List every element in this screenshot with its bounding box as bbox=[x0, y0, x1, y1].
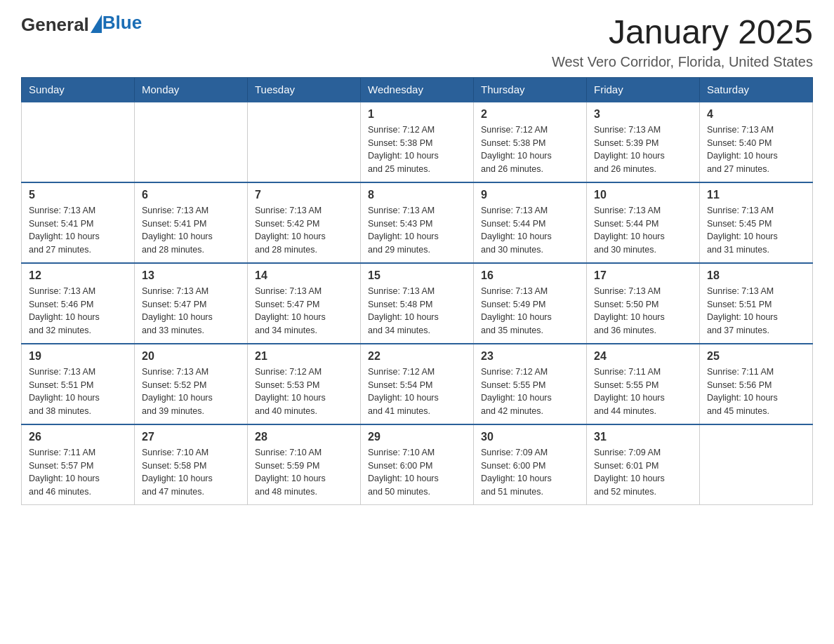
calendar-cell: 29Sunrise: 7:10 AM Sunset: 6:00 PM Dayli… bbox=[361, 424, 474, 505]
calendar-cell: 18Sunrise: 7:13 AM Sunset: 5:51 PM Dayli… bbox=[700, 263, 813, 344]
day-info: Sunrise: 7:13 AM Sunset: 5:47 PM Dayligh… bbox=[142, 285, 240, 337]
calendar-cell: 25Sunrise: 7:11 AM Sunset: 5:56 PM Dayli… bbox=[700, 344, 813, 424]
day-number: 23 bbox=[481, 350, 579, 363]
title-block: January 2025 West Vero Corridor, Florida… bbox=[552, 14, 813, 70]
calendar-week-2: 5Sunrise: 7:13 AM Sunset: 5:41 PM Daylig… bbox=[22, 182, 813, 263]
day-number: 17 bbox=[594, 269, 692, 282]
day-info: Sunrise: 7:12 AM Sunset: 5:55 PM Dayligh… bbox=[481, 365, 579, 418]
day-number: 7 bbox=[255, 189, 353, 201]
calendar-header-thursday: Thursday bbox=[474, 77, 587, 102]
day-number: 19 bbox=[29, 350, 127, 363]
day-number: 14 bbox=[255, 269, 353, 282]
calendar-cell: 1Sunrise: 7:12 AM Sunset: 5:38 PM Daylig… bbox=[361, 102, 474, 182]
calendar-cell: 6Sunrise: 7:13 AM Sunset: 5:41 PM Daylig… bbox=[135, 182, 248, 263]
day-info: Sunrise: 7:13 AM Sunset: 5:51 PM Dayligh… bbox=[29, 365, 127, 418]
day-number: 1 bbox=[368, 108, 466, 121]
day-info: Sunrise: 7:13 AM Sunset: 5:41 PM Dayligh… bbox=[29, 204, 127, 257]
logo-triangle-icon bbox=[91, 15, 102, 33]
calendar-cell bbox=[135, 102, 248, 182]
calendar-cell bbox=[700, 424, 813, 505]
day-number: 3 bbox=[594, 108, 692, 121]
calendar-cell: 8Sunrise: 7:13 AM Sunset: 5:43 PM Daylig… bbox=[361, 182, 474, 263]
logo-general-text: General bbox=[21, 14, 89, 36]
calendar-cell: 7Sunrise: 7:13 AM Sunset: 5:42 PM Daylig… bbox=[248, 182, 361, 263]
calendar-cell: 23Sunrise: 7:12 AM Sunset: 5:55 PM Dayli… bbox=[474, 344, 587, 424]
calendar-cell: 22Sunrise: 7:12 AM Sunset: 5:54 PM Dayli… bbox=[361, 344, 474, 424]
day-info: Sunrise: 7:10 AM Sunset: 5:58 PM Dayligh… bbox=[142, 446, 240, 499]
day-info: Sunrise: 7:10 AM Sunset: 5:59 PM Dayligh… bbox=[255, 446, 353, 499]
day-number: 12 bbox=[29, 269, 127, 282]
calendar-cell: 16Sunrise: 7:13 AM Sunset: 5:49 PM Dayli… bbox=[474, 263, 587, 344]
calendar-cell: 11Sunrise: 7:13 AM Sunset: 5:45 PM Dayli… bbox=[700, 182, 813, 263]
day-info: Sunrise: 7:13 AM Sunset: 5:43 PM Dayligh… bbox=[368, 204, 466, 257]
day-info: Sunrise: 7:13 AM Sunset: 5:44 PM Dayligh… bbox=[481, 204, 579, 257]
day-number: 4 bbox=[707, 108, 805, 121]
day-number: 22 bbox=[368, 350, 466, 363]
calendar-header-tuesday: Tuesday bbox=[248, 77, 361, 102]
calendar-cell: 3Sunrise: 7:13 AM Sunset: 5:39 PM Daylig… bbox=[587, 102, 700, 182]
calendar-cell: 13Sunrise: 7:13 AM Sunset: 5:47 PM Dayli… bbox=[135, 263, 248, 344]
day-number: 26 bbox=[29, 431, 127, 443]
calendar-cell: 5Sunrise: 7:13 AM Sunset: 5:41 PM Daylig… bbox=[22, 182, 135, 263]
calendar-week-3: 12Sunrise: 7:13 AM Sunset: 5:46 PM Dayli… bbox=[22, 263, 813, 344]
logo: General Blue bbox=[21, 14, 142, 36]
day-number: 11 bbox=[707, 189, 805, 201]
calendar-cell: 15Sunrise: 7:13 AM Sunset: 5:48 PM Dayli… bbox=[361, 263, 474, 344]
day-info: Sunrise: 7:12 AM Sunset: 5:38 PM Dayligh… bbox=[481, 123, 579, 176]
calendar-cell bbox=[248, 102, 361, 182]
calendar-cell: 31Sunrise: 7:09 AM Sunset: 6:01 PM Dayli… bbox=[587, 424, 700, 505]
day-info: Sunrise: 7:10 AM Sunset: 6:00 PM Dayligh… bbox=[368, 446, 466, 499]
day-number: 18 bbox=[707, 269, 805, 282]
calendar-header-sunday: Sunday bbox=[22, 77, 135, 102]
day-info: Sunrise: 7:13 AM Sunset: 5:42 PM Dayligh… bbox=[255, 204, 353, 257]
day-number: 27 bbox=[142, 431, 240, 443]
day-info: Sunrise: 7:12 AM Sunset: 5:54 PM Dayligh… bbox=[368, 365, 466, 418]
day-number: 10 bbox=[594, 189, 692, 201]
day-info: Sunrise: 7:13 AM Sunset: 5:44 PM Dayligh… bbox=[594, 204, 692, 257]
calendar-header-monday: Monday bbox=[135, 77, 248, 102]
day-number: 31 bbox=[594, 431, 692, 443]
calendar-header-saturday: Saturday bbox=[700, 77, 813, 102]
calendar-header-wednesday: Wednesday bbox=[361, 77, 474, 102]
day-number: 13 bbox=[142, 269, 240, 282]
calendar-cell: 30Sunrise: 7:09 AM Sunset: 6:00 PM Dayli… bbox=[474, 424, 587, 505]
calendar-cell bbox=[22, 102, 135, 182]
calendar-cell: 4Sunrise: 7:13 AM Sunset: 5:40 PM Daylig… bbox=[700, 102, 813, 182]
logo-blue-text: Blue bbox=[102, 12, 142, 34]
calendar-week-5: 26Sunrise: 7:11 AM Sunset: 5:57 PM Dayli… bbox=[22, 424, 813, 505]
calendar-cell: 14Sunrise: 7:13 AM Sunset: 5:47 PM Dayli… bbox=[248, 263, 361, 344]
page-header: General Blue January 2025 West Vero Corr… bbox=[21, 14, 813, 70]
day-info: Sunrise: 7:11 AM Sunset: 5:56 PM Dayligh… bbox=[707, 365, 805, 418]
day-number: 24 bbox=[594, 350, 692, 363]
day-number: 8 bbox=[368, 189, 466, 201]
day-info: Sunrise: 7:11 AM Sunset: 5:55 PM Dayligh… bbox=[594, 365, 692, 418]
calendar-week-4: 19Sunrise: 7:13 AM Sunset: 5:51 PM Dayli… bbox=[22, 344, 813, 424]
day-number: 30 bbox=[481, 431, 579, 443]
day-info: Sunrise: 7:13 AM Sunset: 5:50 PM Dayligh… bbox=[594, 285, 692, 337]
day-info: Sunrise: 7:13 AM Sunset: 5:40 PM Dayligh… bbox=[707, 123, 805, 176]
day-info: Sunrise: 7:13 AM Sunset: 5:39 PM Dayligh… bbox=[594, 123, 692, 176]
day-number: 29 bbox=[368, 431, 466, 443]
calendar-cell: 2Sunrise: 7:12 AM Sunset: 5:38 PM Daylig… bbox=[474, 102, 587, 182]
calendar-header-row: SundayMondayTuesdayWednesdayThursdayFrid… bbox=[22, 77, 813, 102]
day-number: 6 bbox=[142, 189, 240, 201]
calendar-week-1: 1Sunrise: 7:12 AM Sunset: 5:38 PM Daylig… bbox=[22, 102, 813, 182]
day-number: 25 bbox=[707, 350, 805, 363]
day-number: 20 bbox=[142, 350, 240, 363]
day-number: 16 bbox=[481, 269, 579, 282]
calendar-cell: 12Sunrise: 7:13 AM Sunset: 5:46 PM Dayli… bbox=[22, 263, 135, 344]
day-number: 2 bbox=[481, 108, 579, 121]
month-title: January 2025 bbox=[552, 14, 813, 51]
day-number: 28 bbox=[255, 431, 353, 443]
day-info: Sunrise: 7:13 AM Sunset: 5:41 PM Dayligh… bbox=[142, 204, 240, 257]
calendar-cell: 21Sunrise: 7:12 AM Sunset: 5:53 PM Dayli… bbox=[248, 344, 361, 424]
calendar-cell: 19Sunrise: 7:13 AM Sunset: 5:51 PM Dayli… bbox=[22, 344, 135, 424]
day-number: 21 bbox=[255, 350, 353, 363]
day-info: Sunrise: 7:11 AM Sunset: 5:57 PM Dayligh… bbox=[29, 446, 127, 499]
calendar-table: SundayMondayTuesdayWednesdayThursdayFrid… bbox=[21, 77, 813, 505]
day-info: Sunrise: 7:09 AM Sunset: 6:01 PM Dayligh… bbox=[594, 446, 692, 499]
day-number: 5 bbox=[29, 189, 127, 201]
day-info: Sunrise: 7:13 AM Sunset: 5:45 PM Dayligh… bbox=[707, 204, 805, 257]
day-info: Sunrise: 7:13 AM Sunset: 5:46 PM Dayligh… bbox=[29, 285, 127, 337]
day-info: Sunrise: 7:12 AM Sunset: 5:38 PM Dayligh… bbox=[368, 123, 466, 176]
